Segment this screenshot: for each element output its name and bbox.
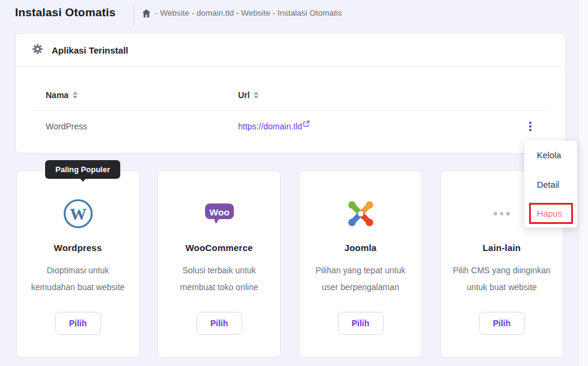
title-divider (133, 4, 134, 25)
page-title: Instalasi Otomatis (15, 6, 115, 19)
svg-text:W: W (70, 205, 87, 223)
joomla-logo-icon (299, 196, 421, 231)
column-label: Url (238, 90, 250, 100)
card-description: Pilih CMS yang diinginkan untuk buat web… (450, 262, 553, 296)
external-link-icon (303, 120, 310, 127)
pilih-button-wordpress[interactable]: Pilih (55, 312, 101, 335)
site-url-link[interactable]: https://domain.tld (238, 122, 310, 131)
card-joomla: Joomla Pilihan yang tepat untuk user ber… (299, 170, 422, 358)
card-title: Lain-lain (441, 243, 563, 253)
menu-item-detail[interactable]: Detail (537, 180, 559, 190)
app-name-cell: WordPress (46, 122, 87, 131)
row-actions-button[interactable] (522, 118, 538, 135)
panel-header: Aplikasi Terinstall (16, 34, 565, 67)
sort-icon (254, 92, 259, 99)
card-description: Solusi terbaik untuk membuat toko online (168, 262, 271, 296)
gear-icon (32, 43, 43, 57)
card-description: Dioptimasi untuk kemudahan buat website (26, 262, 129, 296)
card-woocommerce: Woo WooCommerce Solusi terbaik untuk mem… (158, 170, 281, 358)
woocommerce-logo-icon: Woo (158, 196, 280, 231)
svg-text:Woo: Woo (209, 207, 229, 217)
column-header-url[interactable]: Url (238, 90, 259, 100)
scrollbar-track[interactable] (578, 0, 588, 366)
card-description: Pilihan yang tepat untuk user berpengala… (309, 262, 412, 296)
most-popular-badge: Paling Populer (45, 160, 120, 179)
card-title: Wordpress (17, 243, 139, 253)
row-actions-menu: Kelola Detail Hapus (524, 141, 577, 228)
menu-item-kelola[interactable]: Kelola (537, 150, 561, 160)
card-title: Joomla (299, 243, 421, 253)
column-label: Nama (46, 90, 69, 100)
breadcrumb: - Website - domain.tld - Website - Insta… (142, 8, 342, 17)
table-divider (32, 110, 549, 111)
card-title: WooCommerce (158, 243, 280, 253)
pilih-button-lain-lain[interactable]: Pilih (479, 312, 525, 335)
cms-cards-row: W Wordpress Dioptimasi untuk kemudahan b… (16, 170, 563, 358)
home-icon[interactable] (142, 9, 151, 17)
site-url-text: https://domain.tld (238, 122, 302, 131)
column-header-nama[interactable]: Nama (46, 90, 78, 100)
wordpress-logo-icon: W (17, 196, 139, 231)
breadcrumb-path: - Website - domain.tld - Website - Insta… (155, 8, 342, 17)
panel-title: Aplikasi Terinstall (52, 45, 128, 55)
sort-icon (73, 92, 78, 99)
pilih-button-joomla[interactable]: Pilih (338, 312, 384, 335)
pilih-button-woocommerce[interactable]: Pilih (197, 312, 242, 335)
card-wordpress: W Wordpress Dioptimasi untuk kemudahan b… (16, 170, 139, 358)
menu-item-hapus[interactable]: Hapus (537, 209, 562, 219)
installed-apps-panel: Aplikasi Terinstall Nama Url WordPress h… (15, 33, 566, 154)
